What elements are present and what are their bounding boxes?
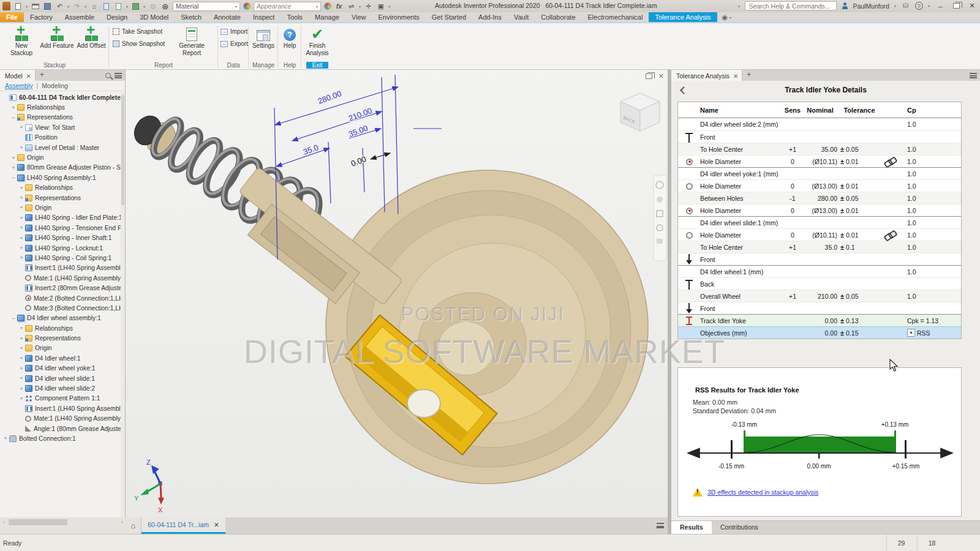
table-row-result[interactable]: Track Idler Yoke0.00± 0.13Cpk = 1.13 xyxy=(678,314,961,326)
document-tab-close-icon[interactable]: ✕ xyxy=(214,521,219,528)
help-search-input[interactable]: Search Help & Commands... xyxy=(745,1,837,10)
tree-expander-icon[interactable]: + xyxy=(18,235,24,241)
tree-item[interactable]: +Level of Detail : Master xyxy=(0,143,121,152)
ribbon-tab-tools[interactable]: Tools xyxy=(281,12,309,22)
tree-item[interactable]: Position xyxy=(0,133,121,143)
export-button[interactable]: ← Export xyxy=(221,39,248,48)
table-row-group[interactable]: D4 idler wheel yoke:1 (mm)1.0 xyxy=(678,167,961,179)
tolerance-add-tab-button[interactable]: + xyxy=(742,70,755,81)
undo-icon[interactable]: ↶ xyxy=(55,2,64,10)
tree-expander-icon[interactable]: + xyxy=(10,105,17,111)
tree-expander-icon[interactable]: − xyxy=(10,174,17,181)
app-icon[interactable] xyxy=(2,2,10,10)
redo-dropdown-icon[interactable]: ▾ xyxy=(85,4,86,9)
tree-item[interactable]: +80mm Grease Adjuster Piston - Short:1 xyxy=(0,163,121,173)
import-button[interactable]: → Import xyxy=(221,27,247,36)
show-snapshot-button[interactable]: Show Snapshot xyxy=(113,39,165,48)
table-row-data[interactable]: Hole Diameter0(Ø10.11)± 0.011.0 xyxy=(678,155,961,167)
app-store-cart-icon[interactable]: ⛁ xyxy=(901,2,910,10)
browser-add-tab-button[interactable]: + xyxy=(36,70,48,81)
ribbon-tab-vault[interactable]: Vault xyxy=(508,12,535,22)
table-row-data[interactable]: Between Holes-1280.00± 0.051.0 xyxy=(678,192,961,204)
tree-item[interactable]: Mate:1 (LH40 Spring Assembly:1,D4 Idle xyxy=(0,414,121,424)
browser-horizontal-scrollbar[interactable]: ‹ › xyxy=(0,517,126,527)
tree-expander-icon[interactable]: + xyxy=(18,386,24,392)
home-tab-icon[interactable]: ⌂ xyxy=(126,517,141,534)
tree-item[interactable]: +LH40 Spring - Idler End Plate:1 xyxy=(0,213,121,223)
table-row-objective[interactable]: Objectives (mm)0.00± 0.15▼RSS xyxy=(678,326,961,339)
select-icon[interactable]: ⊙ xyxy=(148,2,157,10)
model-tab[interactable]: Model✕ xyxy=(0,70,36,81)
measure-icon[interactable] xyxy=(131,2,140,10)
tree-item[interactable]: +LH40 Spring - Tensioner End Plate:1 xyxy=(0,223,121,233)
ribbon-tab-environments[interactable]: Environments xyxy=(372,12,426,22)
browser-vertical-scrollbar[interactable] xyxy=(121,92,125,517)
tree-item[interactable]: +Component Pattern 1:1 xyxy=(0,394,121,403)
new-stackup-button[interactable]: New Stackup xyxy=(4,25,39,59)
tree-item[interactable]: +LH40 Spring - Coil Spring:1 xyxy=(0,253,121,263)
take-snapshot-button[interactable]: Take Snapshot xyxy=(113,27,162,36)
scrollbar-thumb[interactable] xyxy=(9,519,67,525)
dropdown-arrow-icon[interactable]: ▼ xyxy=(907,329,915,337)
tree-item[interactable]: +LH40 Spring - Locknut:1 xyxy=(0,243,121,253)
minimize-button[interactable]: – xyxy=(935,2,946,10)
3d-effects-warning-link[interactable]: 3D effects detected in stackup analysis xyxy=(707,489,818,496)
close-button[interactable]: ✕ xyxy=(967,2,978,10)
tree-expander-icon[interactable]: + xyxy=(18,375,24,381)
ribbon-display-caret-icon[interactable]: ▾ xyxy=(729,15,731,20)
tree-item[interactable]: +Representations xyxy=(0,193,121,203)
tree-item[interactable]: +D4 idler wheel slide:1 xyxy=(0,373,121,383)
color-wheel-icon[interactable] xyxy=(243,2,251,10)
update-icon[interactable] xyxy=(114,2,123,10)
measure-dropdown-icon[interactable]: ▾ xyxy=(143,4,145,9)
ribbon-tab-factory[interactable]: Factory xyxy=(24,12,59,22)
tree-item[interactable]: +LH40 Spring - Inner Shaft:1 xyxy=(0,233,121,242)
table-row-group[interactable]: D4 idler wheel slide:2 (mm)1.0 xyxy=(678,118,961,130)
tree-item[interactable]: +D4 idler wheel yoke:1 xyxy=(0,364,121,373)
table-row-data[interactable]: Hole Diameter0(Ø13.00)± 0.011.0 xyxy=(678,204,961,216)
help-dropdown-icon[interactable]: ▾ xyxy=(928,4,930,8)
open-file-icon[interactable] xyxy=(31,2,40,10)
docbar-menu-icon[interactable] xyxy=(657,523,664,528)
ribbon-display-icon[interactable]: ◉ xyxy=(722,13,728,21)
linked-tolerance-icon[interactable] xyxy=(884,231,896,239)
tree-expander-icon[interactable]: + xyxy=(10,155,17,161)
ribbon-tab-view[interactable]: View xyxy=(345,12,372,22)
tolerance-tab-close-icon[interactable]: ✕ xyxy=(733,73,738,80)
user-dropdown-icon[interactable]: ▾ xyxy=(894,4,896,8)
more-tools-dropdown-icon[interactable]: ▾ xyxy=(359,4,361,9)
tree-expander-icon[interactable]: − xyxy=(10,114,17,121)
restore-button[interactable] xyxy=(951,2,962,10)
mode-link-assembly[interactable]: Assembly xyxy=(5,82,33,89)
ribbon-tab-assemble[interactable]: Assemble xyxy=(59,12,100,22)
tree-expander-icon[interactable]: + xyxy=(18,335,24,342)
tree-item[interactable]: −LH40 Spring Assembly:1 xyxy=(0,173,121,182)
tree-item[interactable]: Insert:1 (LH40 Spring Assembly:1,D4 Idl xyxy=(0,263,121,273)
model-tab-close-icon[interactable]: ✕ xyxy=(26,73,31,80)
browser-menu-icon[interactable] xyxy=(115,73,122,78)
tree-expander-icon[interactable]: + xyxy=(10,165,17,171)
update-dropdown-icon[interactable]: ▾ xyxy=(126,4,128,9)
tree-expander-icon[interactable]: + xyxy=(18,124,24,130)
table-row-group[interactable]: D4 idler wheel slide:1 (mm)1.0 xyxy=(678,216,961,228)
mode-link-modeling[interactable]: Modeling xyxy=(42,82,68,89)
tree-item[interactable]: +D4 Idler wheel:1 xyxy=(0,353,121,363)
tree-expander-icon[interactable]: + xyxy=(18,395,24,402)
undo-dropdown-icon[interactable]: ▾ xyxy=(67,4,69,9)
customize-qat-icon[interactable]: ▣ xyxy=(376,2,385,10)
new-file-icon[interactable] xyxy=(13,2,23,10)
tree-item[interactable]: +Relationships xyxy=(0,102,121,112)
home-view-icon[interactable]: ⌂ xyxy=(89,2,99,10)
viewport-close-icon[interactable]: ✕ xyxy=(658,72,664,80)
footer-tab-contributions[interactable]: Contributions xyxy=(712,521,767,534)
tree-item[interactable]: +Relationships xyxy=(0,323,121,333)
tree-expander-icon[interactable]: + xyxy=(18,325,24,331)
tree-item[interactable]: −Representations xyxy=(0,113,121,122)
material-dropdown[interactable]: Material ▾ xyxy=(173,2,240,11)
table-row-sub[interactable]: Back xyxy=(678,277,961,290)
search-expand-icon[interactable]: ▸ xyxy=(738,4,740,8)
tree-item[interactable]: Mate:2 (Bolted Connection:1,LH40 Sprin xyxy=(0,293,121,303)
tree-item[interactable]: +Origin xyxy=(0,203,121,212)
qat-caret-icon[interactable]: ▾ xyxy=(388,4,390,9)
tree-expander-icon[interactable]: + xyxy=(18,204,24,211)
